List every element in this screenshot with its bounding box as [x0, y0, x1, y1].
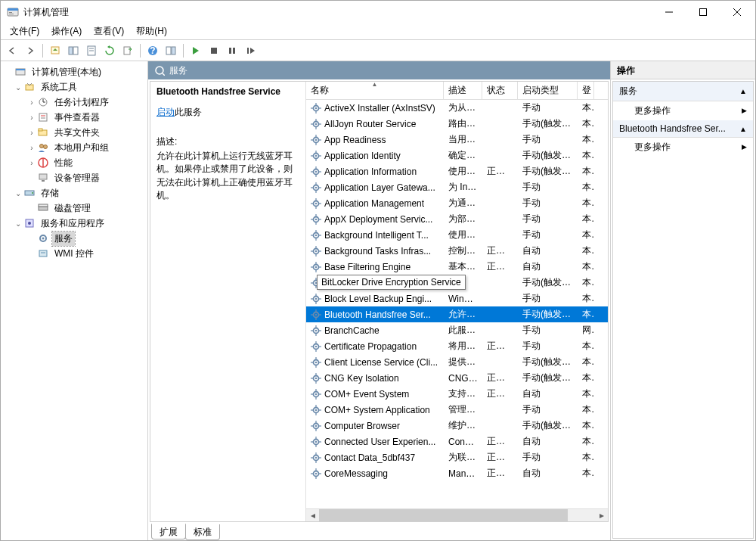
center-pane: 服务 Bluetooth Handsfree Service 启动此服务 描述:…: [148, 61, 611, 540]
list-rows[interactable]: ActiveX Installer (AxInstSV)为从…手动本AllJoy…: [306, 100, 608, 508]
service-row[interactable]: COM+ Event System支持…正在…自动本: [306, 386, 608, 402]
gear-icon: [311, 452, 321, 463]
tree-wmi[interactable]: WMI 控件: [2, 246, 146, 261]
service-row[interactable]: CoreMessagingMan…正在…自动本: [306, 465, 608, 481]
forward-button[interactable]: [22, 42, 39, 59]
actions-header: 操作: [611, 61, 755, 79]
service-row[interactable]: AllJoyn Router Service路由…手动(触发…本: [306, 116, 608, 132]
back-button[interactable]: [4, 42, 20, 59]
service-row[interactable]: Application Identity确定…手动(触发…本: [306, 148, 608, 163]
scroll-left-arrow[interactable]: ◂: [306, 509, 319, 521]
service-row[interactable]: ActiveX Installer (AxInstSV)为从…手动本: [306, 100, 608, 116]
col-name[interactable]: 名称▲: [306, 82, 444, 99]
service-row[interactable]: Contact Data_5dbf437为联…正在…手动本: [306, 449, 608, 465]
tree-disk-management[interactable]: 磁盘管理: [2, 201, 146, 216]
svg-point-47: [42, 238, 45, 240]
minimize-button[interactable]: [652, 2, 686, 23]
tree-services[interactable]: 服务: [2, 231, 146, 246]
svg-point-191: [315, 472, 317, 474]
service-row[interactable]: Connected User Experien...Con…正在…自动本: [306, 434, 608, 449]
action-more-2[interactable]: 更多操作▶: [613, 138, 753, 157]
col-status[interactable]: 状态: [482, 82, 518, 99]
show-hide-tree-button[interactable]: [65, 42, 82, 59]
action-section-services[interactable]: 服务▲: [613, 82, 753, 101]
tree-performance[interactable]: ›性能: [2, 155, 146, 170]
service-row[interactable]: App Readiness当用…手动本: [306, 132, 608, 148]
tree-shared-folders[interactable]: ›共享文件夹: [2, 125, 146, 140]
scroll-right-arrow[interactable]: ▸: [595, 509, 608, 521]
col-desc[interactable]: 描述: [444, 82, 482, 99]
svg-line-51: [163, 73, 165, 76]
selected-service-name: Bluetooth Handsfree Service: [156, 86, 299, 97]
svg-rect-18: [172, 47, 175, 54]
col-start[interactable]: 启动类型: [518, 82, 578, 99]
svg-point-50: [156, 67, 163, 74]
tree-task-scheduler[interactable]: ›任务计划程序: [2, 95, 146, 110]
service-row[interactable]: Client License Service (Cli...提供…手动(触发…本: [306, 354, 608, 370]
service-row[interactable]: Base Filtering Engine基本…正在…自动本: [306, 259, 608, 275]
tree-services-apps[interactable]: ⌄服务和应用程序: [2, 216, 146, 231]
start-service-button[interactable]: [187, 42, 204, 59]
menu-file[interactable]: 文件(F): [4, 23, 45, 39]
maximize-button[interactable]: [686, 2, 720, 23]
description-label: 描述:: [156, 135, 299, 148]
service-row[interactable]: Background Tasks Infras...控制…正在…自动本: [306, 243, 608, 259]
refresh-button[interactable]: [101, 42, 118, 59]
tab-extended[interactable]: 扩展: [151, 524, 186, 539]
tooltip: BitLocker Drive Encryption Service: [317, 275, 466, 290]
tree-event-viewer[interactable]: ›事件查看器: [2, 110, 146, 125]
app-icon: [7, 6, 19, 18]
up-button[interactable]: [47, 42, 64, 59]
svg-point-65: [315, 138, 317, 140]
tree-device-manager[interactable]: 设备管理器: [2, 170, 146, 185]
svg-point-101: [315, 234, 317, 235]
svg-rect-48: [39, 250, 47, 257]
nav-tree[interactable]: 计算机管理(本地) ⌄系统工具 ›任务计划程序 ›事件查看器 ›共享文件夹 ›本…: [1, 61, 148, 540]
service-row[interactable]: Background Intelligent T...使用…手动本: [306, 227, 608, 243]
detail-tabs: 扩展 标准: [148, 524, 610, 540]
service-row[interactable]: AppX Deployment Servic...为部…手动本: [306, 211, 608, 227]
svg-rect-24: [16, 69, 25, 70]
service-row[interactable]: Application Information使用…正在…手动(触发…本: [306, 163, 608, 179]
service-row[interactable]: CNG Key IsolationCNG…正在…手动(触发…本: [306, 370, 608, 386]
scroll-thumb[interactable]: [319, 509, 568, 521]
service-row[interactable]: COM+ System Application管理…手动本: [306, 402, 608, 418]
close-button[interactable]: [720, 2, 754, 23]
restart-service-button[interactable]: [242, 42, 259, 59]
service-row[interactable]: Computer Browser维护…手动(触发…本: [306, 418, 608, 434]
menu-view[interactable]: 查看(V): [88, 23, 130, 39]
horizontal-scrollbar[interactable]: ◂ ▸: [306, 508, 608, 521]
show-hide-action-button[interactable]: [163, 42, 179, 59]
tree-system-tools[interactable]: ⌄系统工具: [2, 79, 146, 95]
svg-rect-14: [124, 47, 130, 54]
actions-pane: 操作 服务▲ 更多操作▶ Bluetooth Handsfree Ser...▲…: [611, 61, 755, 540]
properties-button[interactable]: [83, 42, 100, 59]
col-logon[interactable]: 登: [578, 82, 594, 99]
action-section-selected[interactable]: Bluetooth Handsfree Ser...▲: [613, 120, 753, 138]
svg-rect-2: [9, 12, 12, 13]
tab-standard[interactable]: 标准: [185, 524, 220, 540]
stop-service-button[interactable]: [206, 42, 222, 59]
svg-rect-3: [9, 14, 14, 14]
start-service-link[interactable]: 启动: [156, 107, 175, 117]
help-button[interactable]: ?: [144, 42, 161, 59]
gear-icon: [311, 421, 321, 431]
svg-text:?: ?: [150, 45, 155, 56]
menu-help[interactable]: 帮助(H): [130, 23, 173, 39]
gear-icon: [311, 214, 321, 225]
tree-local-users[interactable]: ›本地用户和组: [2, 140, 146, 155]
tree-storage[interactable]: ⌄存储: [2, 185, 146, 201]
tree-root[interactable]: 计算机管理(本地): [2, 64, 146, 79]
action-more-1[interactable]: 更多操作▶: [613, 101, 753, 120]
service-row[interactable]: Bluetooth Handsfree Ser...允许…手动(触发…本: [306, 306, 608, 322]
service-row[interactable]: BranchCache此服…手动网: [306, 322, 608, 338]
gear-icon: [311, 341, 321, 352]
service-row[interactable]: Application Management为通…手动本: [306, 195, 608, 211]
pause-service-button[interactable]: [224, 42, 240, 59]
service-row[interactable]: Application Layer Gatewa...为 In…手动本: [306, 179, 608, 195]
service-row[interactable]: Block Level Backup Engi...Win…手动本: [306, 291, 608, 306]
svg-rect-22: [247, 48, 249, 54]
service-row[interactable]: Certificate Propagation将用…正在…手动本: [306, 338, 608, 354]
export-button[interactable]: [119, 42, 136, 59]
menu-action[interactable]: 操作(A): [45, 23, 88, 39]
